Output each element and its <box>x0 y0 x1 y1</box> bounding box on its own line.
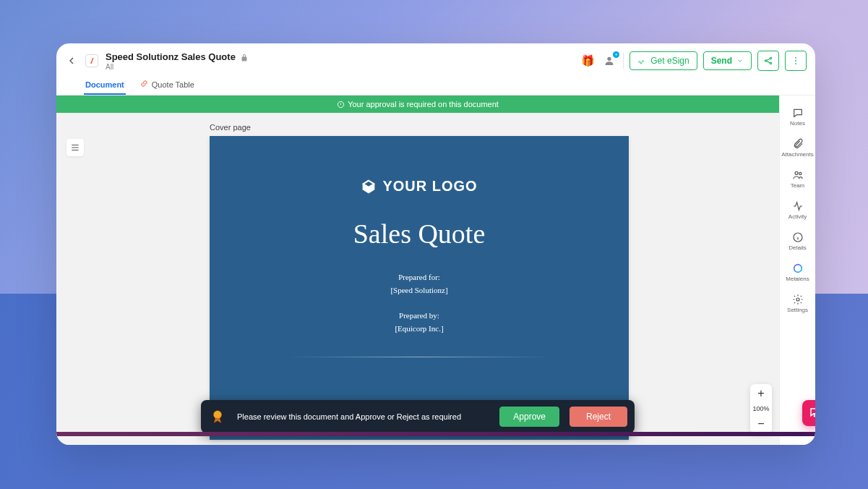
zoom-level: 100% <box>752 403 769 414</box>
prepared-for-label: Prepared for: <box>390 271 447 284</box>
notes-icon <box>792 107 804 119</box>
right-rail: Notes Attachments Team Activity Details <box>779 95 815 445</box>
svg-point-10 <box>795 171 798 174</box>
review-text: Please review this document and Approve … <box>237 412 489 421</box>
prepared-by-value: [Equicorp Inc.] <box>395 323 443 336</box>
svg-point-1 <box>765 60 766 61</box>
page-title: Speed Solutionz Sales Quote <box>106 51 236 62</box>
svg-point-14 <box>796 298 799 301</box>
svg-point-3 <box>770 62 771 64</box>
topbar: / Speed Solutionz Sales Quote All 🎁 + <box>56 43 815 72</box>
svg-point-5 <box>795 60 796 61</box>
award-icon <box>208 407 227 426</box>
tab-quote-table-label: Quote Table <box>152 80 194 89</box>
rail-attachments[interactable]: Attachments <box>781 134 815 162</box>
gift-icon[interactable]: 🎁 <box>580 53 596 69</box>
logo-text: YOUR LOGO <box>382 178 477 195</box>
approval-banner-text: Your approval is required on this docume… <box>348 100 499 109</box>
rail-activity-label: Activity <box>788 213 807 220</box>
rail-notes[interactable]: Notes <box>781 103 815 131</box>
team-icon <box>792 169 804 181</box>
approve-label: Approve <box>513 412 546 422</box>
rail-activity[interactable]: Activity <box>781 196 815 224</box>
more-menu-button[interactable] <box>785 51 807 71</box>
approve-button[interactable]: Approve <box>499 407 559 427</box>
svg-point-9 <box>214 411 222 419</box>
bottom-accent <box>56 432 815 436</box>
breadcrumb[interactable]: All <box>106 63 249 71</box>
rail-details-label: Details <box>788 244 806 251</box>
send-label: Send <box>711 56 732 66</box>
svg-point-11 <box>799 172 801 174</box>
approval-banner: Your approval is required on this docume… <box>56 95 779 113</box>
svg-point-13 <box>794 265 802 273</box>
prepared-for-value: [Speed Solutionz] <box>390 284 447 297</box>
zoom-in-button[interactable]: + <box>750 384 772 403</box>
rail-attachments-label: Attachments <box>781 151 813 158</box>
link-icon <box>140 80 148 89</box>
tabs: Document Quote Table <box>56 72 815 95</box>
divider <box>289 357 549 357</box>
document-title: Sales Quote <box>353 218 486 250</box>
rail-team-label: Team <box>791 182 805 189</box>
zoom-control: + 100% − <box>750 384 772 433</box>
chat-fab[interactable] <box>802 400 815 426</box>
lock-icon <box>240 52 249 61</box>
review-bar: Please review this document and Approve … <box>201 400 635 433</box>
svg-point-2 <box>770 57 771 59</box>
send-button[interactable]: Send <box>703 51 752 70</box>
rail-team[interactable]: Team <box>781 165 815 193</box>
reject-button[interactable]: Reject <box>570 407 627 427</box>
rail-settings-label: Settings <box>787 307 808 313</box>
paperclip-icon <box>792 138 804 150</box>
app-window: / Speed Solutionz Sales Quote All 🎁 + <box>56 43 815 445</box>
activity-icon <box>792 200 804 212</box>
back-button[interactable] <box>65 54 78 67</box>
svg-point-0 <box>608 57 611 61</box>
tab-document-label: Document <box>85 80 124 89</box>
prepared-by-label: Prepared by: <box>395 310 443 323</box>
tab-quote-table[interactable]: Quote Table <box>139 75 196 95</box>
chat-icon <box>809 407 815 420</box>
document-viewport: Your approval is required on this docume… <box>56 95 779 445</box>
zoom-out-button[interactable]: − <box>750 414 772 433</box>
cover-page-label: Cover page <box>210 123 779 132</box>
rail-metalens-label: Metalens <box>786 276 809 282</box>
info-icon <box>792 231 804 243</box>
svg-point-4 <box>795 57 796 59</box>
metalens-icon <box>792 263 804 274</box>
tab-document[interactable]: Document <box>84 75 126 95</box>
add-person-icon[interactable]: + <box>601 53 617 69</box>
rail-details[interactable]: Details <box>781 227 815 255</box>
logo-icon <box>361 179 377 195</box>
cover-page: YOUR LOGO Sales Quote Prepared for: [Spe… <box>210 136 629 440</box>
rail-settings[interactable]: Settings <box>781 289 815 318</box>
share-button[interactable] <box>757 51 779 71</box>
app-logo: / <box>85 54 98 67</box>
get-esign-label: Get eSign <box>650 56 689 66</box>
get-esign-button[interactable]: Get eSign <box>629 51 697 70</box>
rail-metalens[interactable]: Metalens <box>781 258 815 286</box>
svg-point-6 <box>795 63 796 64</box>
reject-label: Reject <box>586 412 611 422</box>
rail-notes-label: Notes <box>790 120 805 127</box>
gear-icon <box>792 294 804 305</box>
